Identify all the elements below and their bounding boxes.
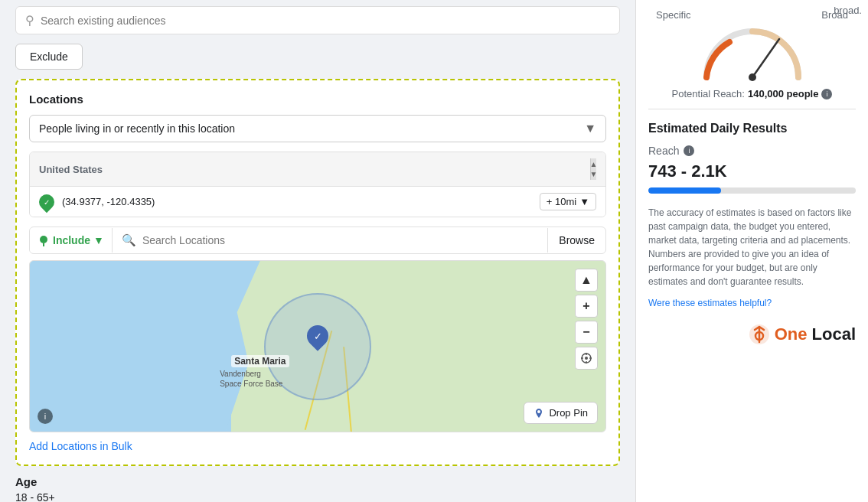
- svg-line-8: [752, 39, 779, 77]
- map-background: ✓ Santa Maria VandenbergSpace Force Base…: [30, 261, 605, 432]
- search-locations-icon: 🔍: [122, 233, 136, 247]
- locations-box: Locations People living in or recently i…: [15, 79, 620, 466]
- reach-info-icon[interactable]: i: [684, 145, 694, 156]
- age-value: 18 - 65+: [15, 491, 620, 502]
- chevron-down-icon: ▼: [584, 122, 596, 135]
- map-collapse-button[interactable]: ▲: [575, 269, 598, 292]
- reach-value: 743 - 2.1K: [648, 161, 856, 181]
- gauge-svg: [691, 24, 814, 85]
- include-search-bar: Include ▼ 🔍 Browse: [29, 227, 606, 254]
- location-type-label: People living in or recently in this loc…: [39, 122, 235, 135]
- scroll-up-arrow[interactable]: ▲: [590, 160, 598, 168]
- onelocal-local: Local: [812, 324, 856, 344]
- map-location-button[interactable]: [575, 347, 598, 370]
- include-button[interactable]: Include ▼: [30, 228, 113, 253]
- location-pin-icon: [36, 191, 57, 212]
- gauge-area: Specific Broad Potential Reach: 140,000 …: [648, 9, 856, 109]
- include-label: Include: [53, 234, 90, 246]
- potential-reach-info-icon[interactable]: i: [821, 89, 832, 99]
- radius-dropdown[interactable]: + 10mi ▼: [540, 193, 596, 210]
- map-location-pin: ✓: [307, 325, 328, 347]
- include-pin-icon: [38, 234, 50, 246]
- map-controls: ▲ + −: [575, 269, 598, 370]
- locations-table: United States ▲ ▼ (34.9377, -120.4335) +…: [29, 152, 606, 217]
- location-type-dropdown[interactable]: People living in or recently in this loc…: [29, 115, 606, 142]
- exclude-button[interactable]: Exclude: [15, 44, 83, 70]
- map-info-icon[interactable]: i: [38, 409, 53, 424]
- browse-button[interactable]: Browse: [547, 228, 605, 253]
- svg-point-9: [749, 73, 756, 81]
- scroll-down-arrow[interactable]: ▼: [590, 170, 598, 178]
- location-row: (34.9377, -120.4335) + 10mi ▼: [30, 187, 605, 217]
- reach-label: Reach: [648, 145, 679, 157]
- estimated-daily-title: Estimated Daily Results: [648, 122, 856, 135]
- reach-row: Reach i: [648, 145, 856, 157]
- potential-reach-label: Potential Reach:: [672, 88, 745, 99]
- estimates-helpful-link[interactable]: Were these estimates helpful?: [648, 298, 772, 308]
- map-container[interactable]: ✓ Santa Maria VandenbergSpace Force Base…: [29, 260, 606, 432]
- drop-pin-button[interactable]: Drop Pin: [524, 402, 598, 424]
- search-locations-input[interactable]: [142, 234, 538, 246]
- potential-reach-value: 140,000 people: [748, 88, 819, 99]
- add-bulk-link[interactable]: Add Locations in Bulk: [29, 440, 132, 452]
- scroll-bar[interactable]: ▲ ▼: [590, 158, 596, 180]
- search-audiences-bar[interactable]: ⚲: [15, 6, 620, 34]
- age-section: Age 18 - 65+: [15, 475, 620, 502]
- locations-table-header: United States ▲ ▼: [30, 152, 605, 187]
- right-panel: Specific Broad Potential Reach: 140,000 …: [635, 0, 868, 502]
- map-city-label: Santa Maria: [231, 355, 289, 367]
- onelocal-icon: [749, 324, 770, 345]
- reach-bar: [648, 187, 856, 194]
- coordinates-text: (34.9377, -120.4335): [62, 196, 532, 207]
- potential-reach: Potential Reach: 140,000 people i: [672, 88, 833, 99]
- specific-label: Specific: [656, 9, 691, 21]
- onelocal-one: One: [775, 324, 808, 344]
- radius-value: + 10mi: [547, 196, 576, 207]
- search-audiences-input[interactable]: [41, 15, 610, 27]
- search-icon: ⚲: [25, 13, 34, 28]
- reach-bar-fill: [648, 187, 721, 194]
- country-label: United States: [39, 164, 103, 175]
- broad-corner-label: broad.: [834, 5, 862, 16]
- svg-point-0: [40, 236, 47, 243]
- locations-title: Locations: [29, 93, 606, 106]
- map-zoom-out-button[interactable]: −: [575, 321, 598, 344]
- map-zoom-in-button[interactable]: +: [575, 295, 598, 318]
- onelocal-logo: OneLocal: [648, 324, 856, 345]
- map-target-icon: [580, 352, 592, 364]
- drop-pin-icon: [534, 408, 544, 419]
- radius-chevron-icon: ▼: [579, 196, 589, 207]
- map-pin-check-icon: ✓: [314, 330, 322, 341]
- svg-point-7: [537, 410, 540, 413]
- include-chevron-icon: ▼: [93, 234, 104, 246]
- drop-pin-label: Drop Pin: [549, 407, 588, 419]
- search-locations-inner[interactable]: 🔍: [113, 227, 547, 253]
- svg-point-2: [585, 357, 588, 360]
- map-pin-head: ✓: [302, 321, 333, 351]
- map-vandenberg-label: VandenbergSpace Force Base: [220, 369, 282, 389]
- age-label: Age: [15, 475, 620, 488]
- accuracy-text: The accuracy of estimates is based on fa…: [648, 206, 856, 288]
